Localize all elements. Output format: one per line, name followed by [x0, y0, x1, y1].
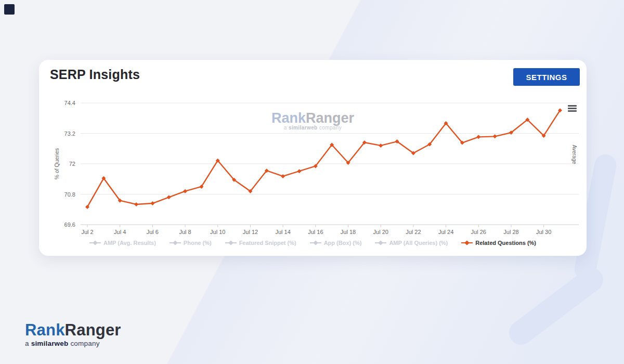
- x-axis-tick-label: Jul 10: [210, 229, 225, 235]
- legend-item[interactable]: Phone (%): [170, 240, 212, 246]
- x-axis-tick-label: Jul 22: [406, 229, 421, 235]
- data-point: [297, 169, 301, 173]
- logo-tagline-suffix: company: [68, 340, 99, 347]
- y-axis-tick-label: 69.6: [64, 222, 75, 228]
- corner-decoration: [4, 4, 15, 15]
- rankranger-logo: RankRanger a similarweb company: [25, 322, 121, 347]
- legend-series-marker-icon: [89, 240, 101, 245]
- legend-label: AMP (All Queries) (%): [389, 240, 448, 246]
- x-axis-tick-label: Jul 6: [147, 229, 159, 235]
- chart-menu-icon[interactable]: [568, 105, 577, 113]
- y-axis-title: % of Queries: [54, 148, 60, 180]
- legend-item[interactable]: AMP (Avg. Results): [89, 240, 156, 246]
- data-point: [167, 195, 171, 199]
- logo-tagline-bold: similarweb: [31, 340, 69, 347]
- legend-item[interactable]: App (Box) (%): [310, 240, 362, 246]
- logo-tagline-prefix: a: [25, 340, 31, 347]
- y-axis-tick-label: 74.4: [64, 100, 75, 106]
- line-chart: 74.473.27270.869.6Jul 2Jul 4Jul 6Jul 8Ju…: [39, 60, 587, 256]
- x-axis-tick-label: Jul 8: [179, 229, 191, 235]
- legend-label: App (Box) (%): [324, 240, 362, 246]
- legend-label: Featured Snippet (%): [239, 240, 296, 246]
- x-axis-tick-label: Jul 16: [308, 229, 323, 235]
- data-point: [281, 174, 285, 178]
- legend-series-marker-icon: [170, 240, 181, 245]
- data-point: [493, 134, 497, 138]
- x-axis-tick-label: Jul 18: [341, 229, 356, 235]
- chart-legend: AMP (Avg. Results)Phone (%)Featured Snip…: [39, 240, 587, 246]
- x-axis-tick-label: Jul 30: [536, 229, 551, 235]
- y-axis-tick-label: 73.2: [64, 131, 75, 137]
- x-axis-tick-label: Jul 2: [81, 229, 93, 235]
- x-axis-tick-label: Jul 20: [373, 229, 388, 235]
- data-point: [476, 135, 480, 139]
- legend-series-marker-icon: [225, 240, 237, 245]
- logo-brand-part1: Rank: [25, 321, 65, 339]
- data-point: [379, 144, 383, 148]
- legend-item[interactable]: Related Questions (%): [461, 240, 536, 246]
- series-line: [87, 110, 560, 207]
- y-axis-tick-label: 70.8: [64, 191, 75, 198]
- legend-label: Phone (%): [184, 240, 212, 246]
- legend-item[interactable]: Featured Snippet (%): [225, 240, 296, 246]
- legend-label: Related Questions (%): [475, 240, 536, 246]
- y-axis-tick-label: 72: [69, 161, 75, 167]
- legend-label: AMP (Avg. Results): [103, 240, 156, 246]
- serp-insights-card: SERP Insights SETTINGS 74.473.27270.869.…: [39, 60, 587, 256]
- x-axis-tick-label: Jul 14: [275, 229, 290, 235]
- legend-item[interactable]: AMP (All Queries) (%): [375, 240, 448, 246]
- x-axis-tick-label: Jul 28: [503, 229, 518, 235]
- legend-series-marker-icon: [461, 240, 473, 245]
- legend-series-marker-icon: [310, 240, 321, 245]
- decor-capsule-diagonal: [504, 263, 608, 349]
- data-point: [150, 201, 154, 205]
- x-axis-tick-label: Jul 4: [114, 229, 126, 235]
- legend-series-marker-icon: [375, 240, 386, 245]
- data-point: [134, 202, 138, 206]
- data-point: [183, 189, 187, 193]
- y-axis-title-right: Average: [571, 145, 577, 164]
- x-axis-tick-label: Jul 12: [243, 229, 258, 235]
- logo-brand-part2: Ranger: [65, 321, 121, 339]
- x-axis-tick-label: Jul 24: [438, 229, 453, 235]
- x-axis-tick-label: Jul 26: [471, 229, 486, 235]
